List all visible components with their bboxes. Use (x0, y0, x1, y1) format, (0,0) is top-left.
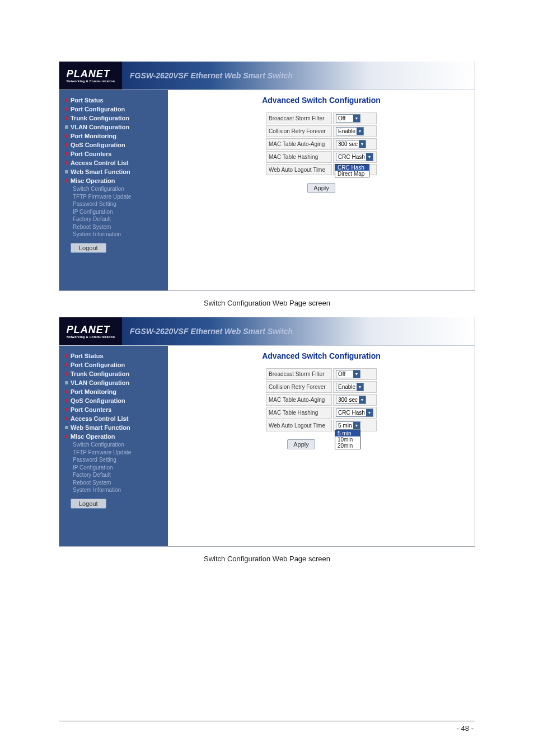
chevron-down-icon: ▾ (353, 115, 360, 122)
logo-text: PLANET (67, 324, 110, 335)
logo-subtext: Networking & Communication (67, 336, 115, 339)
logo-subtext: Networking & Communication (67, 80, 115, 83)
sidebar-item-label: Web Smart Function (71, 168, 130, 175)
app-header: PLANET Networking & Communication FGSW-2… (59, 318, 475, 346)
figure-caption: Switch Configuration Web Page screen (59, 295, 475, 317)
broadcast-filter-select[interactable]: Off▾ (336, 370, 360, 378)
chevron-down-icon: ▾ (359, 396, 366, 403)
sidebar-sub-tftp-firmware[interactable]: TFTP Firmware Update (73, 193, 162, 201)
logout-time-select[interactable]: 5 min▾ (336, 421, 360, 430)
sidebar-item-web-smart-function[interactable]: Web Smart Function (65, 423, 162, 432)
field-label: Broadcast Storm Filter (266, 368, 332, 380)
field-label: Collision Retry Forever (266, 125, 332, 137)
sidebar-item-trunk-configuration[interactable]: Trunk Configuration (65, 369, 162, 378)
bullet-icon (65, 116, 68, 120)
collision-retry-select[interactable]: Enable▾ (336, 127, 364, 135)
sidebar-item-trunk-configuration[interactable]: Trunk Configuration (65, 114, 162, 123)
sidebar-item-misc-operation[interactable]: Misc Operation (65, 432, 162, 441)
sidebar-sub-ip-configuration[interactable]: IP Configuration (73, 208, 162, 216)
sidebar-item-port-monitoring[interactable]: Port Monitoring (65, 387, 162, 396)
table-row: Web Auto Logout Time CRC Hash Direct Map (266, 164, 377, 175)
sidebar-sub-ip-configuration[interactable]: IP Configuration (73, 464, 162, 472)
logout-button[interactable]: Logout (71, 243, 106, 253)
settings-table: Broadcast Storm Filter Off▾ Collision Re… (265, 367, 378, 433)
sidebar-item-label: Trunk Configuration (71, 370, 129, 377)
table-row: MAC Table Hashing CRC Hash▾ (266, 151, 377, 163)
bullet-icon (65, 381, 68, 384)
sidebar-item-port-status[interactable]: Port Status (65, 96, 162, 105)
sidebar-sub-system-information[interactable]: System Information (73, 486, 162, 494)
sidebar-item-label: Port Monitoring (71, 388, 116, 395)
sidebar-sub-reboot-system[interactable]: Reboot System (73, 479, 162, 487)
field-label: Web Auto Logout Time (266, 164, 332, 175)
sidebar-item-label: VLAN Configuration (71, 124, 129, 130)
sidebar-item-port-status[interactable]: Port Status (65, 351, 162, 360)
logout-time-dropdown-open[interactable]: 5 min 10min 20min (335, 430, 360, 449)
apply-button[interactable]: Apply (307, 183, 335, 193)
sidebar-item-qos-configuration[interactable]: QoS Configuration (65, 396, 162, 405)
broadcast-filter-select[interactable]: Off▾ (336, 114, 360, 123)
sidebar-item-vlan-configuration[interactable]: VLAN Configuration (65, 378, 162, 387)
sidebar-item-vlan-configuration[interactable]: VLAN Configuration (65, 123, 162, 132)
dropdown-option[interactable]: 10min (335, 436, 360, 443)
table-row: Collision Retry Forever Enable▾ (266, 125, 377, 137)
sidebar-item-port-counters[interactable]: Port Counters (65, 149, 162, 158)
dropdown-option[interactable]: Direct Map (335, 171, 369, 177)
sidebar-item-label: Port Configuration (71, 106, 125, 112)
mac-auto-aging-select[interactable]: 300 sec▾ (336, 140, 366, 148)
sidebar-sub-password-setting[interactable]: Password Setting (73, 456, 162, 464)
sidebar-sub-switch-configuration[interactable]: Switch Configuration (73, 441, 162, 449)
sidebar-nav: Port Status Port Configuration Trunk Con… (59, 90, 168, 290)
bullet-icon (65, 417, 68, 420)
sidebar-sub-password-setting[interactable]: Password Setting (73, 200, 162, 208)
dropdown-option[interactable]: 20min (335, 443, 360, 449)
collision-retry-select[interactable]: Enable▾ (336, 383, 364, 391)
bullet-icon (65, 372, 68, 375)
sidebar-sub-reboot-system[interactable]: Reboot System (73, 223, 162, 231)
sidebar-item-port-configuration[interactable]: Port Configuration (65, 360, 162, 369)
sidebar-item-access-control-list[interactable]: Access Control List (65, 414, 162, 423)
bullet-icon (65, 134, 68, 138)
switch-config-screenshot-2: PLANET Networking & Communication FGSW-2… (59, 317, 475, 547)
sidebar-sub-factory-default[interactable]: Factory Default (73, 471, 162, 479)
product-title: FGSW-2620VSF Ethernet Web Smart Switch (122, 62, 475, 90)
sidebar-item-port-counters[interactable]: Port Counters (65, 405, 162, 414)
sidebar-sub-tftp-firmware[interactable]: TFTP Firmware Update (73, 449, 162, 457)
sidebar-item-label: Port Configuration (71, 361, 125, 368)
brand-logo: PLANET Networking & Communication (59, 62, 122, 90)
bullet-icon (65, 179, 68, 182)
field-label: MAC Table Hashing (266, 151, 332, 163)
table-row: MAC Table Auto-Aging 300 sec▾ (266, 394, 377, 406)
sidebar-subitems: Switch Configuration TFTP Firmware Updat… (65, 185, 162, 238)
sidebar-item-web-smart-function[interactable]: Web Smart Function (65, 167, 162, 176)
field-label: Broadcast Storm Filter (266, 112, 332, 124)
chevron-down-icon: ▾ (359, 140, 366, 148)
sidebar-sub-switch-configuration[interactable]: Switch Configuration (73, 185, 162, 193)
bullet-icon (65, 98, 68, 102)
sidebar-item-label: Web Smart Function (71, 424, 130, 431)
sidebar-sub-system-information[interactable]: System Information (73, 231, 162, 238)
sidebar-item-misc-operation[interactable]: Misc Operation (65, 176, 162, 185)
logout-button[interactable]: Logout (71, 499, 106, 509)
bullet-icon (65, 143, 68, 147)
dropdown-option[interactable]: 5 min (335, 430, 360, 436)
field-label: MAC Table Auto-Aging (266, 138, 332, 150)
sidebar-item-access-control-list[interactable]: Access Control List (65, 158, 162, 167)
bullet-icon (65, 107, 68, 111)
settings-table: Broadcast Storm Filter Off▾ Collision Re… (265, 111, 378, 176)
table-row: Broadcast Storm Filter Off▾ (266, 112, 377, 124)
mac-hashing-select[interactable]: CRC Hash▾ (336, 408, 373, 417)
mac-hashing-dropdown-open[interactable]: CRC Hash Direct Map (335, 164, 369, 177)
sidebar-item-label: Port Counters (71, 151, 111, 157)
apply-button[interactable]: Apply (287, 439, 315, 449)
sidebar-sub-factory-default[interactable]: Factory Default (73, 215, 162, 223)
dropdown-option[interactable]: CRC Hash (335, 165, 369, 171)
mac-hashing-select[interactable]: CRC Hash▾ (336, 153, 373, 161)
mac-auto-aging-select[interactable]: 300 sec▾ (336, 396, 366, 404)
table-row: Collision Retry Forever Enable▾ (266, 381, 377, 393)
bullet-icon (65, 435, 68, 438)
sidebar-item-port-configuration[interactable]: Port Configuration (65, 105, 162, 114)
sidebar-item-qos-configuration[interactable]: QoS Configuration (65, 140, 162, 149)
bullet-icon (65, 408, 68, 411)
sidebar-item-port-monitoring[interactable]: Port Monitoring (65, 132, 162, 140)
